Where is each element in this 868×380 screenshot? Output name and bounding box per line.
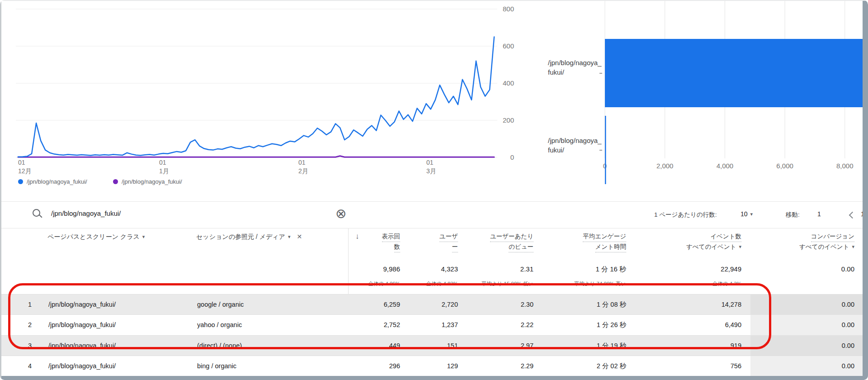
annotation-highlight xyxy=(8,283,771,349)
analytics-report-panel: 8006004002000 0112月011月012月013月 /jpn/blo… xyxy=(0,0,868,380)
cell-session-source: bing / organic xyxy=(197,356,236,376)
panel-frame xyxy=(863,0,868,380)
row-number: 4 xyxy=(18,356,32,376)
cell-page-path: /jpn/blog/nagoya_fukui/ xyxy=(48,356,116,376)
cell-events: 756 xyxy=(606,356,741,376)
cell-conv: 0.00 xyxy=(746,356,854,376)
panel-frame xyxy=(0,376,868,380)
table-row[interactable]: 4/jpn/blog/nagoya_fukui/bing / organic29… xyxy=(0,356,868,376)
panel-frame xyxy=(0,0,868,1)
panel-frame xyxy=(0,0,1,380)
